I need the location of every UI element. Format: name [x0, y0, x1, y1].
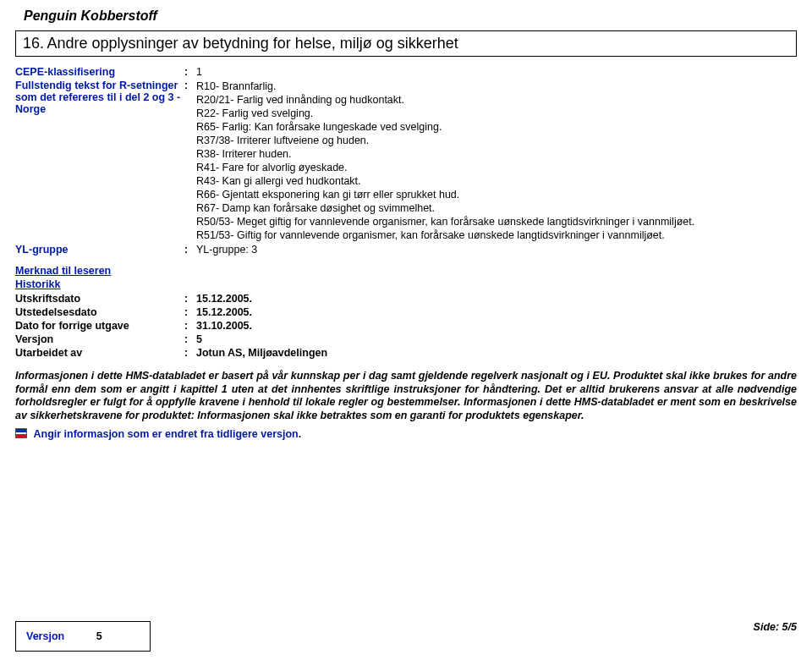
r-line: R43- Kan gi allergi ved hudkontakt.	[196, 174, 797, 188]
label-cepe: CEPE-klassifisering	[15, 65, 184, 79]
label-yl-gruppe: YL-gruppe	[15, 243, 184, 256]
flag-icon	[15, 428, 27, 438]
row-r-sentences: Fullstendig tekst for R-setninger som de…	[15, 79, 797, 243]
colon: :	[184, 319, 196, 333]
history-table: Utskriftsdato : 15.12.2005. Utstedelsesd…	[15, 292, 797, 360]
colon: :	[184, 292, 196, 305]
value-cepe: 1	[196, 65, 797, 79]
colon: :	[184, 79, 196, 243]
disclaimer-paragraph: Informasjonen i dette HMS-databladet er …	[15, 370, 797, 423]
colon: :	[184, 333, 196, 346]
r-line: R38- Irriterer huden.	[196, 147, 797, 161]
value-utskriftsdato: 15.12.2005.	[196, 292, 797, 305]
value-yl-gruppe: YL-gruppe: 3	[196, 243, 797, 256]
value-versjon: 5	[196, 333, 797, 346]
change-indicator-text: Angir informasjon som er endret fra tidl…	[33, 428, 301, 440]
colon: :	[184, 65, 196, 79]
r-line: R41- Fare for alvorlig øyeskade.	[196, 161, 797, 174]
section-header-box: 16. Andre opplysninger av betydning for …	[15, 30, 797, 57]
r-line: R22- Farlig ved svelging.	[196, 107, 797, 120]
value-r-sentences: R10- Brannfarlig. R20/21- Farlig ved inn…	[196, 79, 797, 243]
r-line: R67- Damp kan forårsake døsighet og svim…	[196, 201, 797, 215]
version-box: Versjon 5	[15, 621, 151, 652]
subheader-historikk: Historikk	[15, 278, 797, 290]
version-label: Versjon	[26, 630, 64, 642]
version-number: 5	[96, 630, 102, 642]
row-utskriftsdato: Utskriftsdato : 15.12.2005.	[15, 292, 797, 305]
change-indicator-line: Angir informasjon som er endret fra tidl…	[15, 428, 797, 440]
value-utarbeidet-av: Jotun AS, Miljøavdelingen	[196, 346, 797, 360]
page-footer: Side: 5/5 Versjon 5	[15, 621, 797, 652]
label-utarbeidet-av: Utarbeidet av	[15, 346, 184, 360]
r-line: R20/21- Farlig ved innånding og hudkonta…	[196, 93, 797, 107]
r-line: R37/38- Irriterer luftveiene og huden.	[196, 134, 797, 147]
label-versjon: Versjon	[15, 333, 184, 346]
row-yl-gruppe: YL-gruppe : YL-gruppe: 3	[15, 243, 797, 256]
value-forrige-utgave: 31.10.2005.	[196, 319, 797, 333]
r-line: R51/53- Giftig for vannlevende organisme…	[196, 228, 797, 242]
r-line: R10- Brannfarlig.	[196, 80, 797, 93]
colon: :	[184, 243, 196, 256]
colon: :	[184, 346, 196, 360]
classification-table: CEPE-klassifisering : 1 Fullstendig teks…	[15, 65, 797, 256]
row-versjon: Versjon : 5	[15, 333, 797, 346]
r-line: R65- Farlig: Kan forårsake lungeskade ve…	[196, 120, 797, 134]
label-forrige-utgave: Dato for forrige utgave	[15, 319, 184, 333]
row-utstedelsesdato: Utstedelsesdato : 15.12.2005.	[15, 305, 797, 319]
r-line: R66- Gjentatt eksponering kan gi tørr el…	[196, 188, 797, 201]
row-forrige-utgave: Dato for forrige utgave : 31.10.2005.	[15, 319, 797, 333]
subheader-merknad: Merknad til leseren	[15, 265, 797, 277]
label-utskriftsdato: Utskriftsdato	[15, 292, 184, 305]
r-line: R50/53- Meget giftig for vannlevende org…	[196, 215, 797, 228]
row-cepe: CEPE-klassifisering : 1	[15, 65, 797, 79]
colon: :	[184, 305, 196, 319]
section-title: Andre opplysninger av betydning for hels…	[47, 35, 458, 52]
page-number: Side: 5/5	[754, 621, 797, 633]
label-utstedelsesdato: Utstedelsesdato	[15, 305, 184, 319]
row-utarbeidet-av: Utarbeidet av : Jotun AS, Miljøavdelinge…	[15, 346, 797, 360]
section-number: 16.	[23, 35, 44, 52]
label-r-sentences: Fullstendig tekst for R-setninger som de…	[15, 79, 184, 243]
value-utstedelsesdato: 15.12.2005.	[196, 305, 797, 319]
product-title: Penguin Kobberstoff	[15, 7, 797, 27]
